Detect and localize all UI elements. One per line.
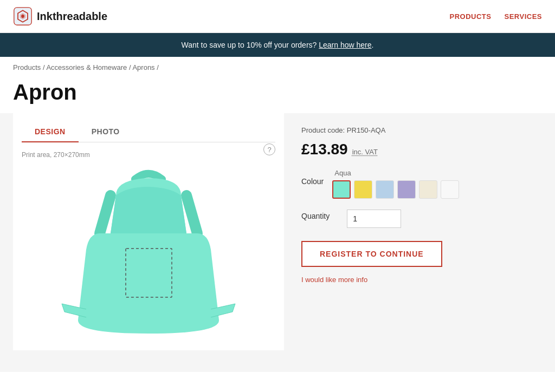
quantity-label: Quantity [301,212,330,220]
swatch-yellow[interactable] [354,180,372,199]
details-panel: Product code: PR150-AQA £13.89 inc. VAT … [284,113,542,350]
swatch-lavender[interactable] [397,180,416,199]
breadcrumb-aprons[interactable]: Aprons [132,63,154,71]
product-tabs: DESIGN PHOTO [22,122,275,142]
quantity-input[interactable] [347,210,401,228]
product-code: Product code: PR150-AQA [301,126,525,134]
logo-icon [13,6,33,26]
quantity-row: Quantity [301,210,525,228]
colour-row: Colour Aqua [301,169,525,199]
promo-banner: Want to save up to 10% off your orders? … [0,33,555,57]
nav-products[interactable]: PRODUCTS [450,12,492,21]
colour-selected-name: Aqua [334,169,459,177]
price-row: £13.89 inc. VAT [301,141,525,158]
breadcrumb-accessories[interactable]: Accessories & Homeware [46,63,127,71]
tab-design[interactable]: DESIGN [22,122,79,142]
nav-services[interactable]: SERVICES [504,12,542,21]
tab-photo[interactable]: PHOTO [79,122,133,142]
print-area-label: Print area, 270×270mm [22,151,275,159]
colour-swatches [332,180,459,199]
main-content: DESIGN PHOTO Print area, 270×270mm ? [0,113,555,372]
swatch-light-blue[interactable] [376,180,394,199]
logo[interactable]: Inkthreadable [13,6,107,26]
logo-text: Inkthreadable [37,10,107,23]
breadcrumb: Products / Accessories & Homeware / Apro… [0,57,555,78]
swatch-cream[interactable] [419,180,437,199]
page-title: Apron [0,78,555,113]
register-to-continue-button[interactable]: REGISTER TO CONTINUE [301,241,442,267]
header: Inkthreadable PRODUCTS SERVICES [0,0,555,33]
banner-text: Want to save up to 10% off your orders? … [182,41,374,49]
banner-link[interactable]: Learn how here [319,41,371,49]
product-panel: DESIGN PHOTO Print area, 270×270mm ? [13,113,284,350]
help-icon[interactable]: ? [263,143,275,155]
swatch-aqua[interactable] [332,180,351,199]
more-info-link[interactable]: I would like more info [301,276,525,284]
swatch-white[interactable] [441,180,459,199]
apron-image [56,163,241,342]
main-nav: PRODUCTS SERVICES [450,12,542,21]
product-code-value: PR150-AQA [347,126,386,134]
breadcrumb-products[interactable]: Products [13,63,41,71]
product-price: £13.89 [301,141,348,158]
product-image-area [22,163,275,342]
colour-label: Colour [301,177,324,186]
price-vat: inc. VAT [352,148,378,156]
